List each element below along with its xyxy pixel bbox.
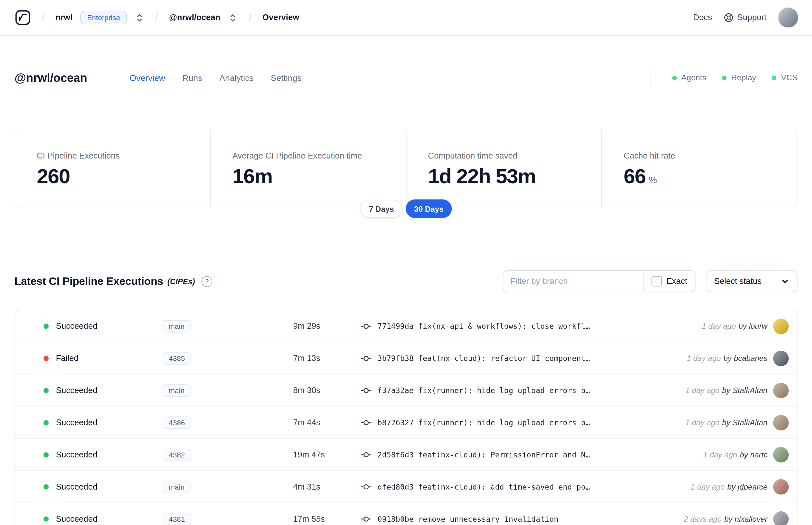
breadcrumb-org[interactable]: nrwl [56,13,73,22]
duration: 9m 29s [293,321,361,331]
avatar [773,447,788,462]
indicator-label: Agents [681,73,706,82]
top-bar-actions: Docs Support [693,7,798,28]
row-meta: 1 day ago by StalkAltan [678,386,767,395]
indicator-vcs[interactable]: VCS [772,73,798,82]
cipe-row[interactable]: Succeeded main 8m 30s f37a32ae fix(runne… [15,374,797,406]
git-commit-icon [361,451,371,458]
stats-cards: CI Pipeline Executions 260 Average CI Pi… [15,130,798,208]
branch-badge[interactable]: 4386 [163,416,191,429]
git-commit-icon [361,355,371,362]
tab-runs[interactable]: Runs [182,73,202,82]
git-commit-icon [361,387,371,394]
avatar [773,511,788,525]
nx-cloud-logo[interactable] [15,10,31,26]
avatar [773,415,788,430]
stat-value: 1d 22h 53m [428,165,601,187]
indicator-label: VCS [781,73,798,82]
stats-section: CI Pipeline Executions 260 Average CI Pi… [15,130,798,208]
enterprise-badge: Enterprise [80,11,127,24]
commit-message[interactable]: 3b79fb38 feat(nx-cloud): refactor UI com… [378,354,679,363]
commit-message[interactable]: dfed80d3 feat(nx-cloud): add time-saved … [378,482,684,491]
service-indicators: Agents Replay VCS [649,68,797,88]
commit-message[interactable]: 0918b0be remove unnecessary invalidation [378,515,676,523]
commit-message[interactable]: 2d58f6d3 feat(nx-cloud): PermissionError… [378,450,696,459]
status-label: Succeeded [56,418,163,427]
duration: 7m 13s [293,354,361,363]
exact-checkbox[interactable] [652,276,662,287]
indicator-agents[interactable]: Agents [672,73,706,82]
commit-message[interactable]: f37a32ae fix(runner): hide log upload er… [378,386,678,395]
row-meta: 1 day ago by bcabanes [679,354,767,363]
status-label: Failed [56,354,163,363]
range-30-days-button[interactable]: 30 Days [406,199,452,218]
status-dot [44,484,49,489]
row-meta: 1 day ago by jdpearce [684,482,767,491]
status-select-label: Select status [714,276,762,286]
help-icon[interactable]: ? [202,276,212,287]
author: by StalkAltan [722,418,767,427]
cipe-row[interactable]: Succeeded main 4m 31s dfed80d3 feat(nx-c… [15,470,797,502]
chevron-up-down-icon [229,13,237,22]
tab-analytics[interactable]: Analytics [219,73,253,82]
row-meta: 1 day ago by StalkAltan [678,418,767,427]
lifebuoy-icon [723,12,734,23]
date-range-toggle: 7 Days 30 Days [360,199,452,218]
cipes-controls: Exact Select status [503,270,797,292]
duration: 7m 44s [293,418,361,427]
cipe-row[interactable]: Failed 4385 7m 13s 3b79fb38 feat(nx-clou… [15,342,797,374]
chevron-up-down-icon [136,13,143,22]
commit-message[interactable]: b8726327 fix(runner): hide log upload er… [378,418,678,426]
tab-overview[interactable]: Overview [129,73,165,82]
git-commit-icon [361,419,371,426]
author: by nartc [740,450,767,459]
stat-value: 66% [624,165,797,187]
support-link[interactable]: Support [723,12,766,23]
stat-value-suffix: % [649,175,657,185]
branch-filter-group: Exact [503,270,695,292]
status-dot [44,356,49,361]
branch-badge[interactable]: 4382 [163,448,191,461]
relative-time: 1 day ago [702,321,736,330]
branch-badge[interactable]: main [163,384,191,396]
status-dot [44,516,49,522]
status-dot [44,388,49,393]
branch-badge[interactable]: 4381 [163,513,191,525]
breadcrumb-separator: / [249,12,251,24]
stat-label: Average CI Pipeline Execution time [232,151,406,161]
breadcrumb-page: Overview [262,13,299,22]
relative-time: 1 day ago [685,386,719,395]
workspace-tabs: Overview Runs Analytics Settings [129,73,302,82]
cipe-row[interactable]: Succeeded main 9m 29s 771499da fix(nx-ap… [15,310,797,342]
row-meta: 1 day ago by lourw [694,321,767,330]
status-label: Succeeded [56,321,163,331]
branch-badge[interactable]: main [163,320,191,332]
branch-badge[interactable]: main [163,480,191,493]
git-commit-icon [361,515,371,522]
commit-message[interactable]: 771499da fix(nx-api & workflows): close … [378,322,694,330]
user-avatar[interactable] [778,7,799,28]
git-commit-icon [361,322,371,330]
status-label: Succeeded [56,514,163,523]
org-switcher-button[interactable] [135,12,144,23]
workspace-switcher-button[interactable] [228,12,238,23]
indicator-replay[interactable]: Replay [722,73,756,82]
support-label: Support [737,13,766,22]
breadcrumb-separator: / [42,12,45,24]
row-meta: 1 day ago by nartc [696,450,767,459]
status-dot [44,452,49,457]
docs-link[interactable]: Docs [693,13,712,22]
cipe-row[interactable]: Succeeded 4381 17m 55s 0918b0be remove u… [15,502,797,525]
branch-badge[interactable]: 4385 [163,352,191,364]
cipes-header: Latest CI Pipeline Executions (CIPEs) ? … [15,270,798,293]
range-7-days-button[interactable]: 7 Days [360,200,403,217]
branch-filter-input[interactable] [503,271,643,292]
relative-time: 1 day ago [687,354,721,363]
stat-card-cache-hit: Cache hit rate 66% [601,130,797,208]
cipe-row[interactable]: Succeeded 4382 19m 47s 2d58f6d3 feat(nx-… [15,438,797,470]
tab-settings[interactable]: Settings [271,73,302,82]
breadcrumb-workspace[interactable]: @nrwl/ocean [169,13,220,22]
author: by lourw [739,321,767,330]
cipe-row[interactable]: Succeeded 4386 7m 44s b8726327 fix(runne… [15,406,797,438]
status-select[interactable]: Select status [706,270,797,292]
